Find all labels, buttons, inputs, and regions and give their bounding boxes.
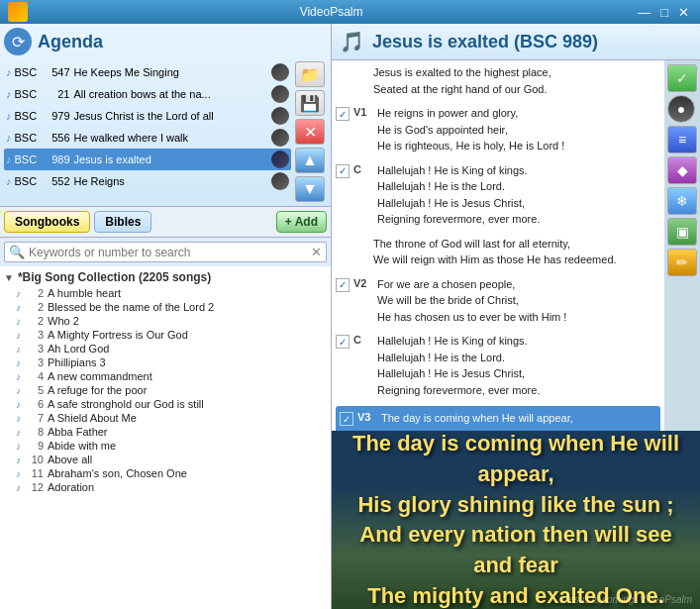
song-title-text: Abraham's son, Chosen One bbox=[48, 467, 187, 479]
song-title-text: A Mighty Fortress is Our God bbox=[48, 329, 188, 341]
list-item[interactable]: ♪ 4 A new commandment bbox=[0, 369, 331, 383]
agenda-folder-button[interactable]: 📁 bbox=[295, 61, 325, 87]
agenda-item[interactable]: ♪ BSC 989 Jesus is exalted bbox=[4, 149, 291, 170]
list-item[interactable]: ♪ 3 Phillipians 3 bbox=[0, 355, 331, 369]
song-music-icon: ♪ bbox=[16, 482, 21, 493]
agenda-source: BSC bbox=[15, 175, 43, 187]
agenda-delete-button[interactable]: ✕ bbox=[295, 119, 325, 145]
verse-block[interactable]: ✓ V3 The day is coming when He will appe… bbox=[336, 406, 660, 431]
right-panel: 🎵 Jesus is exalted (BSC 989) Jesus is ex… bbox=[332, 24, 700, 609]
snowflake-button[interactable]: ❄ bbox=[667, 187, 697, 215]
agenda-number: 979 bbox=[43, 110, 70, 122]
search-input[interactable] bbox=[29, 246, 311, 259]
verse-text: He reigns in power and glory,He is God's… bbox=[377, 105, 564, 154]
agenda-item-title: All creation bows at the na... bbox=[74, 88, 270, 100]
agenda-item-title: Jesus Christ is the Lord of all bbox=[74, 110, 270, 122]
list-item[interactable]: ♪ 11 Abraham's son, Chosen One bbox=[0, 466, 331, 480]
list-item[interactable]: ♪ 9 Abide with me bbox=[0, 439, 331, 453]
dot-icon bbox=[271, 107, 289, 125]
window-controls[interactable]: — □ ✕ bbox=[635, 5, 692, 20]
pencil-button[interactable]: ✏ bbox=[667, 249, 697, 276]
song-title-text: Abide with me bbox=[48, 440, 116, 452]
list-item[interactable]: ♪ 3 Ah Lord God bbox=[0, 342, 331, 355]
minimize-button[interactable]: — bbox=[635, 5, 653, 20]
agenda-source: BSC bbox=[15, 88, 43, 100]
song-music-icon: ♪ bbox=[16, 455, 21, 465]
agenda-item[interactable]: ♪ BSC 547 He Keeps Me Singing bbox=[4, 61, 291, 83]
agenda-number: 547 bbox=[43, 66, 70, 78]
agenda-save-button[interactable]: 💾 bbox=[295, 90, 325, 116]
list-item[interactable]: ♪ 8 Abba Father bbox=[0, 425, 331, 439]
right-toolbar: ✓ ● ≡ ◆ ❄ ▣ ✏ bbox=[664, 60, 700, 431]
agenda-down-button[interactable]: ▼ bbox=[295, 176, 325, 202]
list-item[interactable]: ♪ 5 A refuge for the poor bbox=[0, 383, 331, 397]
agenda-item-title: He Keeps Me Singing bbox=[74, 66, 270, 78]
agenda-item-title: He Reigns bbox=[74, 175, 270, 187]
monitor-button[interactable]: ▣ bbox=[667, 218, 697, 246]
list-item[interactable]: ♪ 7 A Shield About Me bbox=[0, 411, 331, 425]
circle-button[interactable]: ● bbox=[667, 95, 695, 123]
search-clear-icon[interactable]: ✕ bbox=[311, 245, 322, 259]
collection-header[interactable]: ▼ *Big Song Collection (2205 songs) bbox=[0, 268, 331, 286]
verse-block[interactable]: ✓ C Hallelujah ! He is King of kings.Hal… bbox=[336, 333, 660, 398]
verse-checkbox[interactable]: ✓ bbox=[336, 278, 350, 292]
verse-block[interactable]: ✓ V1 He reigns in power and glory,He is … bbox=[336, 105, 660, 154]
verse-checkbox[interactable]: ✓ bbox=[336, 164, 350, 178]
add-button[interactable]: + Add bbox=[276, 211, 327, 233]
list-item[interactable]: ♪ 2 Blessed be the name of the Lord 2 bbox=[0, 300, 331, 314]
agenda-source: BSC bbox=[15, 153, 43, 165]
list-item[interactable]: ♪ 10 Above all bbox=[0, 453, 331, 466]
list-item[interactable]: ♪ 2 Who 2 bbox=[0, 314, 331, 328]
agenda-up-button[interactable]: ▲ bbox=[295, 148, 325, 173]
bibles-tab[interactable]: Bibles bbox=[94, 211, 151, 233]
verse-label: V3 bbox=[357, 411, 377, 423]
agenda-item[interactable]: ♪ BSC 979 Jesus Christ is the Lord of al… bbox=[4, 105, 291, 127]
song-number: 2 bbox=[24, 301, 44, 313]
song-music-icon: ♪ bbox=[16, 357, 21, 368]
song-number: 12 bbox=[24, 481, 44, 493]
song-music-icon: ♪ bbox=[16, 316, 21, 327]
maximize-button[interactable]: □ bbox=[657, 5, 671, 20]
song-title-text: Phillipians 3 bbox=[48, 356, 106, 368]
song-music-icon: ♪ bbox=[16, 413, 21, 424]
agenda-item[interactable]: ♪ BSC 21 All creation bows at the na... bbox=[4, 83, 291, 105]
song-number: 4 bbox=[24, 370, 44, 382]
diamond-button[interactable]: ◆ bbox=[667, 156, 697, 184]
verse-block[interactable]: The throne of God will last for all eter… bbox=[336, 236, 660, 268]
preview-watermark: Jesus is coming! VideoPsalm bbox=[563, 594, 692, 605]
close-button[interactable]: ✕ bbox=[675, 5, 692, 20]
song-title-text: Above all bbox=[48, 454, 92, 465]
dot-icon bbox=[271, 63, 289, 81]
left-panel: ⟳ Agenda ♪ BSC 547 He Keeps Me Singing ♪… bbox=[0, 24, 332, 609]
list-item[interactable]: ♪ 3 A Mighty Fortress is Our God bbox=[0, 328, 331, 342]
song-header: 🎵 Jesus is exalted (BSC 989) bbox=[332, 24, 700, 60]
verse-checkbox[interactable]: ✓ bbox=[336, 107, 350, 121]
song-music-icon: ♪ bbox=[16, 385, 21, 396]
song-title-text: Who 2 bbox=[48, 315, 79, 327]
song-music-icon: ♪ bbox=[16, 330, 21, 341]
list-item[interactable]: ♪ 12 Adoration bbox=[0, 480, 331, 494]
list-item[interactable]: ♪ 6 A safe stronghold our God is still bbox=[0, 397, 331, 411]
verse-block[interactable]: ✓ C Hallelujah ! He is King of kings.Hal… bbox=[336, 162, 660, 228]
text-button[interactable]: ≡ bbox=[667, 126, 697, 153]
verse-block[interactable]: ✓ V2 For we are a chosen people,We will … bbox=[336, 276, 660, 326]
verse-text: Jesus is exalted to the highest place,Se… bbox=[373, 64, 660, 97]
song-header-title: Jesus is exalted (BSC 989) bbox=[372, 32, 598, 52]
song-number: 2 bbox=[24, 315, 44, 327]
accept-button[interactable]: ✓ bbox=[667, 64, 697, 92]
song-music-icon: ♪ bbox=[16, 441, 21, 452]
agenda-item[interactable]: ♪ BSC 552 He Reigns bbox=[4, 170, 291, 192]
verse-checkbox[interactable]: ✓ bbox=[340, 412, 353, 426]
expand-icon: ▼ bbox=[4, 272, 14, 283]
song-title-text: A safe stronghold our God is still bbox=[48, 398, 204, 410]
verse-label: V1 bbox=[353, 106, 373, 118]
verse-label: V2 bbox=[353, 277, 373, 289]
song-list-section: ▼ *Big Song Collection (2205 songs) ♪ 2 … bbox=[0, 266, 331, 609]
verse-checkbox[interactable]: ✓ bbox=[336, 335, 350, 349]
list-item[interactable]: ♪ 2 A humble heart bbox=[0, 286, 331, 300]
verse-block[interactable]: Jesus is exalted to the highest place,Se… bbox=[336, 64, 660, 97]
songbooks-tab[interactable]: Songbooks bbox=[4, 211, 90, 233]
agenda-item[interactable]: ♪ BSC 556 He walked where I walk bbox=[4, 127, 291, 149]
agenda-header: ⟳ Agenda bbox=[4, 28, 327, 55]
search-section: 🔍 ✕ bbox=[0, 238, 331, 266]
